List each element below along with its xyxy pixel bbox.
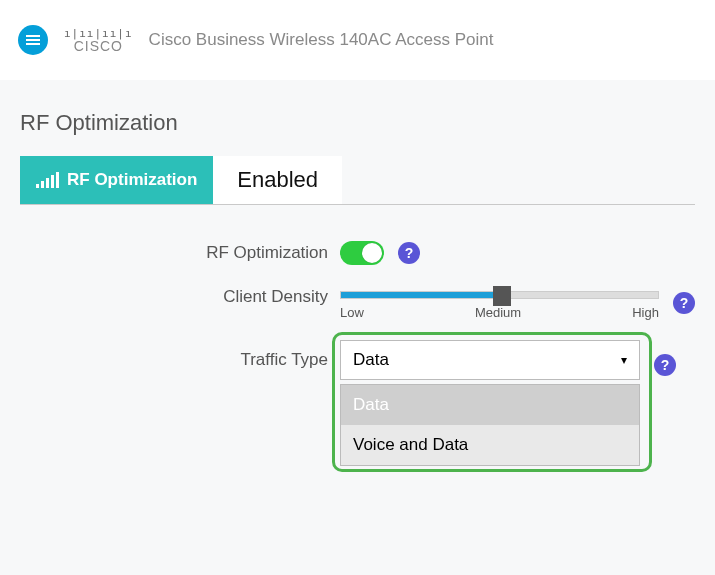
- signal-icon: [36, 172, 59, 188]
- brand-logo: ı|ıı|ıı|ı CISCO: [64, 27, 133, 54]
- tick-high: High: [632, 305, 659, 320]
- slider-ticks: Low Medium High: [340, 305, 659, 320]
- traffic-type-dropdown: Data Voice and Data: [340, 384, 640, 466]
- slider-track: [340, 291, 659, 299]
- rf-optimization-toggle[interactable]: [340, 241, 384, 265]
- main-panel: RF Optimization RF Optimization Enabled …: [0, 80, 715, 575]
- client-density-slider[interactable]: Low Medium High: [340, 285, 659, 320]
- help-icon[interactable]: ?: [398, 242, 420, 264]
- slider-fill: [341, 292, 493, 298]
- help-icon[interactable]: ?: [673, 292, 695, 314]
- row-traffic-type: Traffic Type Data Data Voice and Data ?: [20, 340, 695, 380]
- top-bar: ı|ıı|ıı|ı CISCO Cisco Business Wireless …: [0, 0, 715, 80]
- label-traffic-type: Traffic Type: [20, 340, 340, 370]
- toggle-knob: [362, 243, 382, 263]
- tick-low: Low: [340, 305, 364, 320]
- menu-button[interactable]: [18, 25, 48, 55]
- traffic-type-select[interactable]: Data: [340, 340, 640, 380]
- row-rf-optimization: RF Optimization ?: [20, 241, 695, 265]
- tab-label: RF Optimization: [67, 170, 197, 190]
- traffic-option-voice-and-data[interactable]: Voice and Data: [341, 425, 639, 465]
- page-title: RF Optimization: [20, 110, 695, 136]
- help-icon[interactable]: ?: [654, 354, 676, 376]
- label-client-density: Client Density: [20, 285, 340, 307]
- label-rf-optimization: RF Optimization: [20, 243, 340, 263]
- product-name: Cisco Business Wireless 140AC Access Poi…: [149, 30, 494, 50]
- row-client-density: Client Density Low Medium High ?: [20, 285, 695, 320]
- traffic-type-select-wrap: Data Data Voice and Data: [340, 340, 640, 380]
- traffic-option-data[interactable]: Data: [341, 385, 639, 425]
- tab-rf-optimization[interactable]: RF Optimization: [20, 156, 213, 204]
- slider-handle[interactable]: [493, 286, 511, 306]
- tick-medium: Medium: [475, 305, 521, 320]
- brand-text: CISCO: [74, 38, 123, 54]
- traffic-type-value: Data: [353, 350, 389, 370]
- hamburger-icon: [26, 39, 40, 41]
- tab-row: RF Optimization Enabled: [20, 156, 695, 205]
- tab-state: Enabled: [213, 156, 342, 204]
